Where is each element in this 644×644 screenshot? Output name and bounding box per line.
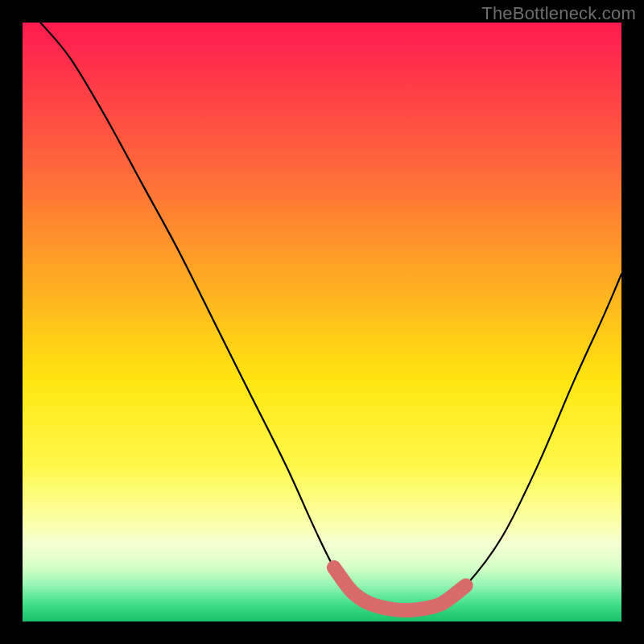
bottleneck-curve-line <box>40 23 621 610</box>
curve-layer <box>23 23 621 621</box>
watermark-text: TheBottleneck.com <box>481 3 636 24</box>
chart-frame: TheBottleneck.com <box>0 0 644 644</box>
plot-area <box>23 23 621 621</box>
optimal-range-highlight <box>334 568 466 610</box>
